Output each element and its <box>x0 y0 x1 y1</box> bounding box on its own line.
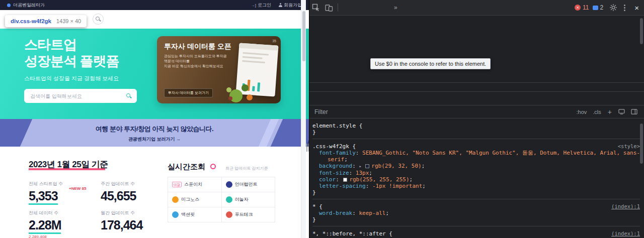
css-declaration[interactable]: font-size: 13px; <box>312 170 640 176</box>
banner-title: 여행 분야 투자/창업 아직 늦지 않았습니다. <box>0 125 309 134</box>
css-selector[interactable]: .css-w4f2gk <box>312 143 349 150</box>
inspect-element-icon[interactable] <box>312 4 320 12</box>
gear-icon[interactable] <box>609 4 617 12</box>
stats-section: 2023년 1월 25일 기준 전체 스타트업 수 5,353 +NEW 85 … <box>0 147 309 238</box>
sidebar-tab[interactable] <box>339 92 348 105</box>
new-style-rule-button[interactable]: + <box>608 108 612 116</box>
company-list-item[interactable]: 언더랩먼트 <box>222 177 275 192</box>
css-declaration[interactable]: word-break: keep-all; <box>312 210 640 216</box>
css-declaration[interactable]: background: ▸ rgb(29, 32, 50); <box>312 163 640 170</box>
css-source-link[interactable]: (index):1 <box>611 203 640 210</box>
company-list-item[interactable]: 푸드테크 <box>222 207 275 222</box>
expand-shorthand-icon[interactable]: ▸ <box>359 164 364 169</box>
sidebar-tab[interactable] <box>366 92 375 105</box>
dom-tree-node[interactable] <box>309 16 644 64</box>
devtools-tab[interactable] <box>370 0 380 15</box>
company-name: 미그노스 <box>181 196 199 203</box>
element-inspect-tooltip: div.css-w4f2gk 1439 × 40 <box>5 15 87 27</box>
toggle-element-state-button[interactable]: :hov <box>577 109 587 115</box>
hero-title-line1: 스타트업 <box>24 37 119 53</box>
device-toolbar-icon[interactable] <box>325 4 333 12</box>
bubble-chart-circle <box>226 87 231 92</box>
devtools-tab[interactable] <box>380 0 390 15</box>
sidebar-tab[interactable] <box>357 92 366 105</box>
devtools-tab[interactable] <box>360 0 370 15</box>
thumbnail-titlebar <box>239 43 279 50</box>
stat-extra-badge: +NEW 85 <box>69 186 86 191</box>
css-rule-close-brace: } <box>312 129 640 136</box>
styles-filter-input[interactable] <box>313 108 573 116</box>
site-topbar: 더콤벤일레터가 →] 로그인 회원가입 <box>0 0 309 10</box>
promo-card[interactable]: 35 투자사 데이터룸 오픈 관심있는 투자사의 포트폴리오와 투자금액분석 데… <box>157 36 281 103</box>
login-link[interactable]: →] 로그인 <box>251 2 271 9</box>
css-selector[interactable]: * <box>312 203 316 210</box>
promo-description: 관심있는 투자사의 포트폴리오와 투자금액분석 데이터를 지금 바로 혁신의숲에… <box>164 54 229 69</box>
hero-search-icon[interactable] <box>126 93 132 99</box>
css-rule-close-brace: } <box>312 189 640 196</box>
devtools-panel: » × 11 2 × <box>309 0 644 238</box>
css-declaration[interactable]: font-family: SEBANG_Gothic, "Noto Sans K… <box>312 150 640 163</box>
stat-label: 전체 데이터 수 <box>29 210 99 216</box>
stat-value: 178,464 <box>101 217 142 232</box>
header-search-button[interactable] <box>93 14 104 25</box>
stat-value: 5,353 <box>29 188 58 205</box>
topbar-brand-label: 더콤벤일레터가 <box>13 2 45 9</box>
console-errors-button[interactable]: × 11 <box>575 4 589 11</box>
css-rule: element.style { } <box>312 122 640 139</box>
color-swatch[interactable] <box>343 178 347 182</box>
css-rule-header: .css-w4f2gk { <style> <box>312 143 640 150</box>
css-source-link[interactable]: <style> <box>618 143 640 150</box>
sidebar-tab[interactable] <box>311 92 320 105</box>
company-name: 스푼이치 <box>184 181 202 188</box>
element-classes-button[interactable]: .cls <box>593 109 601 115</box>
css-declaration[interactable]: letter-spacing: -1px !important; <box>312 183 640 189</box>
banner-text: 여행 분야 투자/창업 아직 늦지 않았습니다. 관광벤처기업 보러가기 → <box>0 119 309 143</box>
close-devtools-icon[interactable]: × <box>634 4 639 12</box>
css-rule: .css-w4f2gk { <style> font-family: SEBAN… <box>312 142 640 199</box>
banner-link[interactable]: 관광벤처기업 보러가기 → <box>0 136 309 143</box>
css-rule-close-brace: } <box>312 216 640 223</box>
sidebar-tab[interactable] <box>330 92 339 105</box>
company-list-item[interactable]: 야놀자 <box>222 192 275 207</box>
bubble-chart-circle <box>229 89 243 102</box>
inspected-dimensions: 1439 × 40 <box>56 18 81 24</box>
realtime-title: 실시간조회 <box>168 162 205 172</box>
css-property-value: keep-all <box>359 210 385 216</box>
dock-side-icon[interactable] <box>631 109 637 114</box>
kebab-menu-icon[interactable] <box>624 5 625 11</box>
css-selector[interactable]: element.style <box>312 123 356 129</box>
issues-button[interactable]: 2 <box>593 4 604 11</box>
company-logo-icon <box>226 196 232 203</box>
screen-icon[interactable] <box>618 109 625 114</box>
realtime-company-list: 대경 스푼이치 언더랩먼트 미그노스 야놀자 <box>168 177 275 222</box>
devtools-tab[interactable] <box>350 0 360 15</box>
thumbnail-line <box>242 60 265 63</box>
devtools-toolbar: » × 11 2 × <box>309 0 644 16</box>
color-swatch[interactable] <box>365 164 369 168</box>
signup-link[interactable]: 회원가입 <box>278 2 302 9</box>
elements-scrollbar-thumb[interactable] <box>640 18 643 44</box>
travel-banner[interactable]: 여행 분야 투자/창업 아직 늦지 않았습니다. 관광벤처기업 보러가기 → <box>0 119 309 147</box>
css-selector[interactable]: *, *::before, *::after <box>312 230 386 237</box>
styles-pane: element.style { } .css-w4f2gk { <style> <box>309 118 644 238</box>
devtools-tab[interactable] <box>340 0 350 15</box>
stat-label: 월간 업데이트 수 <box>101 210 171 216</box>
styles-scrollbar-thumb[interactable] <box>640 124 643 164</box>
thumbnail-line <box>243 56 263 59</box>
promo-cta-button[interactable]: 투자사 데이터룸 보러가기 <box>164 88 213 97</box>
css-source-link[interactable]: (index):1 <box>611 230 640 237</box>
dom-breadcrumb-bar <box>309 82 644 91</box>
sidebar-tab[interactable] <box>320 92 330 105</box>
topbar-brand[interactable]: 더콤벤일레터가 <box>7 2 45 9</box>
more-tabs-button[interactable]: » <box>390 4 401 11</box>
page-scrollbar-thumb[interactable] <box>302 11 305 61</box>
sidebar-tab[interactable] <box>348 92 357 105</box>
company-list-item[interactable]: 대경 스푼이치 <box>168 177 221 192</box>
company-list-item[interactable]: 미그노스 <box>168 192 221 207</box>
hero-search-input[interactable] <box>29 93 123 99</box>
css-declaration[interactable]: color: rgb(255, 255, 255); <box>312 176 640 183</box>
company-name: 야놀자 <box>235 196 249 203</box>
company-logo-icon <box>172 211 179 218</box>
stat-total-startups: 전체 스타트업 수 5,353 +NEW 85 <box>29 181 99 205</box>
company-list-item[interactable]: 액션핏 <box>168 207 221 222</box>
